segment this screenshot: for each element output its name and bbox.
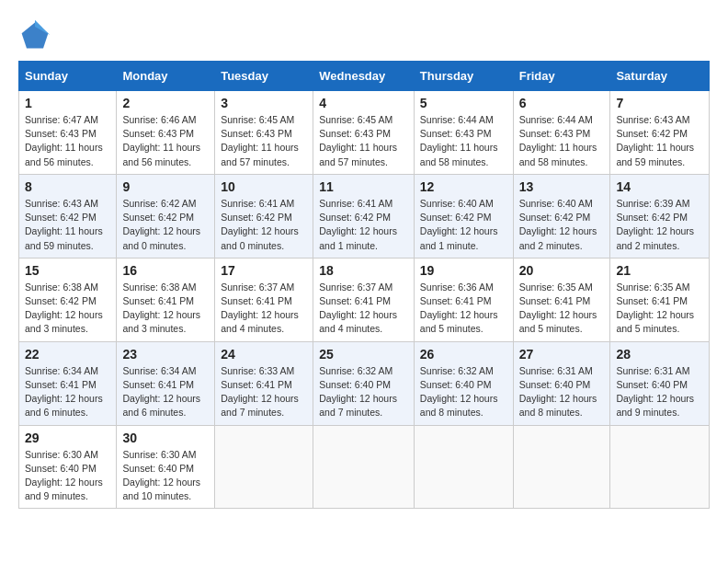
day-info: Sunrise: 6:47 AMSunset: 6:43 PMDaylight:… <box>25 113 110 169</box>
calendar-cell: 10Sunrise: 6:41 AMSunset: 6:42 PMDayligh… <box>215 174 313 258</box>
day-info: Sunrise: 6:39 AMSunset: 6:42 PMDaylight:… <box>616 197 703 253</box>
calendar-cell: 19Sunrise: 6:36 AMSunset: 6:41 PMDayligh… <box>414 258 513 341</box>
day-number: 7 <box>616 96 703 110</box>
calendar-cell: 23Sunrise: 6:34 AMSunset: 6:41 PMDayligh… <box>117 341 215 425</box>
calendar-cell: 14Sunrise: 6:39 AMSunset: 6:42 PMDayligh… <box>610 174 710 258</box>
calendar-cell: 21Sunrise: 6:35 AMSunset: 6:41 PMDayligh… <box>610 258 710 341</box>
calendar-cell: 26Sunrise: 6:32 AMSunset: 6:40 PMDayligh… <box>414 341 513 425</box>
header-saturday: Saturday <box>610 62 710 91</box>
calendar-header: SundayMondayTuesdayWednesdayThursdayFrid… <box>19 62 710 91</box>
day-number: 15 <box>25 263 110 278</box>
calendar-week-1: 1Sunrise: 6:47 AMSunset: 6:43 PMDaylight… <box>19 91 710 175</box>
day-info: Sunrise: 6:30 AMSunset: 6:40 PMDaylight:… <box>25 448 110 504</box>
day-number: 19 <box>420 263 507 278</box>
day-number: 13 <box>519 179 605 194</box>
header-wednesday: Wednesday <box>313 62 415 91</box>
logo <box>18 18 57 52</box>
calendar-cell <box>215 425 313 509</box>
day-number: 4 <box>319 96 408 110</box>
calendar-cell <box>513 425 610 509</box>
day-info: Sunrise: 6:35 AMSunset: 6:41 PMDaylight:… <box>519 281 605 337</box>
calendar-cell: 30Sunrise: 6:30 AMSunset: 6:40 PMDayligh… <box>117 425 215 509</box>
calendar-cell: 12Sunrise: 6:40 AMSunset: 6:42 PMDayligh… <box>414 174 513 258</box>
calendar-cell: 25Sunrise: 6:32 AMSunset: 6:40 PMDayligh… <box>313 341 415 425</box>
day-info: Sunrise: 6:40 AMSunset: 6:42 PMDaylight:… <box>420 197 507 253</box>
calendar-cell: 11Sunrise: 6:41 AMSunset: 6:42 PMDayligh… <box>313 174 415 258</box>
day-number: 14 <box>616 179 703 194</box>
day-info: Sunrise: 6:35 AMSunset: 6:41 PMDaylight:… <box>616 281 703 337</box>
day-info: Sunrise: 6:32 AMSunset: 6:40 PMDaylight:… <box>420 364 507 420</box>
day-info: Sunrise: 6:46 AMSunset: 6:43 PMDaylight:… <box>122 113 209 169</box>
day-info: Sunrise: 6:37 AMSunset: 6:41 PMDaylight:… <box>319 281 408 337</box>
day-info: Sunrise: 6:44 AMSunset: 6:43 PMDaylight:… <box>519 113 605 169</box>
header-sunday: Sunday <box>19 62 117 91</box>
day-number: 25 <box>319 347 408 362</box>
calendar-cell: 29Sunrise: 6:30 AMSunset: 6:40 PMDayligh… <box>19 425 117 509</box>
day-info: Sunrise: 6:45 AMSunset: 6:43 PMDaylight:… <box>221 113 307 169</box>
header-thursday: Thursday <box>414 62 513 91</box>
calendar-cell: 8Sunrise: 6:43 AMSunset: 6:42 PMDaylight… <box>19 174 117 258</box>
day-number: 29 <box>25 431 110 445</box>
day-info: Sunrise: 6:30 AMSunset: 6:40 PMDaylight:… <box>122 448 209 504</box>
calendar-cell: 4Sunrise: 6:45 AMSunset: 6:43 PMDaylight… <box>313 91 415 175</box>
page-header <box>18 18 710 52</box>
day-info: Sunrise: 6:31 AMSunset: 6:40 PMDaylight:… <box>616 364 703 420</box>
day-number: 27 <box>519 347 605 362</box>
day-info: Sunrise: 6:44 AMSunset: 6:43 PMDaylight:… <box>420 113 507 169</box>
day-number: 9 <box>122 179 209 194</box>
logo-icon <box>18 18 51 52</box>
day-number: 26 <box>420 347 507 362</box>
header-row: SundayMondayTuesdayWednesdayThursdayFrid… <box>19 62 710 91</box>
day-number: 6 <box>519 96 605 110</box>
header-monday: Monday <box>117 62 215 91</box>
day-number: 24 <box>221 347 307 362</box>
day-number: 1 <box>25 96 110 110</box>
day-number: 17 <box>221 263 307 278</box>
day-info: Sunrise: 6:34 AMSunset: 6:41 PMDaylight:… <box>122 364 209 420</box>
calendar-cell: 13Sunrise: 6:40 AMSunset: 6:42 PMDayligh… <box>513 174 610 258</box>
day-info: Sunrise: 6:41 AMSunset: 6:42 PMDaylight:… <box>221 197 307 253</box>
calendar-cell: 1Sunrise: 6:47 AMSunset: 6:43 PMDaylight… <box>19 91 117 175</box>
calendar-cell: 2Sunrise: 6:46 AMSunset: 6:43 PMDaylight… <box>117 91 215 175</box>
day-info: Sunrise: 6:37 AMSunset: 6:41 PMDaylight:… <box>221 281 307 337</box>
day-info: Sunrise: 6:34 AMSunset: 6:41 PMDaylight:… <box>25 364 110 420</box>
calendar-cell: 15Sunrise: 6:38 AMSunset: 6:42 PMDayligh… <box>19 258 117 341</box>
calendar-cell: 27Sunrise: 6:31 AMSunset: 6:40 PMDayligh… <box>513 341 610 425</box>
day-number: 2 <box>122 96 209 110</box>
calendar-cell: 20Sunrise: 6:35 AMSunset: 6:41 PMDayligh… <box>513 258 610 341</box>
calendar-cell: 3Sunrise: 6:45 AMSunset: 6:43 PMDaylight… <box>215 91 313 175</box>
day-info: Sunrise: 6:43 AMSunset: 6:42 PMDaylight:… <box>25 197 110 253</box>
day-number: 10 <box>221 179 307 194</box>
calendar-cell: 28Sunrise: 6:31 AMSunset: 6:40 PMDayligh… <box>610 341 710 425</box>
day-number: 23 <box>122 347 209 362</box>
calendar-cell: 17Sunrise: 6:37 AMSunset: 6:41 PMDayligh… <box>215 258 313 341</box>
calendar-cell <box>610 425 710 509</box>
header-tuesday: Tuesday <box>215 62 313 91</box>
day-info: Sunrise: 6:41 AMSunset: 6:42 PMDaylight:… <box>319 197 408 253</box>
day-info: Sunrise: 6:43 AMSunset: 6:42 PMDaylight:… <box>616 113 703 169</box>
calendar-week-4: 22Sunrise: 6:34 AMSunset: 6:41 PMDayligh… <box>19 341 710 425</box>
day-info: Sunrise: 6:38 AMSunset: 6:42 PMDaylight:… <box>25 281 110 337</box>
day-number: 22 <box>25 347 110 362</box>
calendar-cell: 6Sunrise: 6:44 AMSunset: 6:43 PMDaylight… <box>513 91 610 175</box>
day-number: 30 <box>122 431 209 445</box>
calendar-cell: 16Sunrise: 6:38 AMSunset: 6:41 PMDayligh… <box>117 258 215 341</box>
day-info: Sunrise: 6:45 AMSunset: 6:43 PMDaylight:… <box>319 113 408 169</box>
header-friday: Friday <box>513 62 610 91</box>
day-number: 5 <box>420 96 507 110</box>
calendar-cell <box>414 425 513 509</box>
day-info: Sunrise: 6:42 AMSunset: 6:42 PMDaylight:… <box>122 197 209 253</box>
day-info: Sunrise: 6:38 AMSunset: 6:41 PMDaylight:… <box>122 281 209 337</box>
calendar-body: 1Sunrise: 6:47 AMSunset: 6:43 PMDaylight… <box>19 91 710 509</box>
calendar-table: SundayMondayTuesdayWednesdayThursdayFrid… <box>18 61 710 509</box>
day-info: Sunrise: 6:31 AMSunset: 6:40 PMDaylight:… <box>519 364 605 420</box>
calendar-cell: 9Sunrise: 6:42 AMSunset: 6:42 PMDaylight… <box>117 174 215 258</box>
day-number: 12 <box>420 179 507 194</box>
day-number: 11 <box>319 179 408 194</box>
calendar-cell: 24Sunrise: 6:33 AMSunset: 6:41 PMDayligh… <box>215 341 313 425</box>
day-number: 3 <box>221 96 307 110</box>
day-number: 8 <box>25 179 110 194</box>
day-info: Sunrise: 6:32 AMSunset: 6:40 PMDaylight:… <box>319 364 408 420</box>
day-info: Sunrise: 6:40 AMSunset: 6:42 PMDaylight:… <box>519 197 605 253</box>
calendar-week-5: 29Sunrise: 6:30 AMSunset: 6:40 PMDayligh… <box>19 425 710 509</box>
